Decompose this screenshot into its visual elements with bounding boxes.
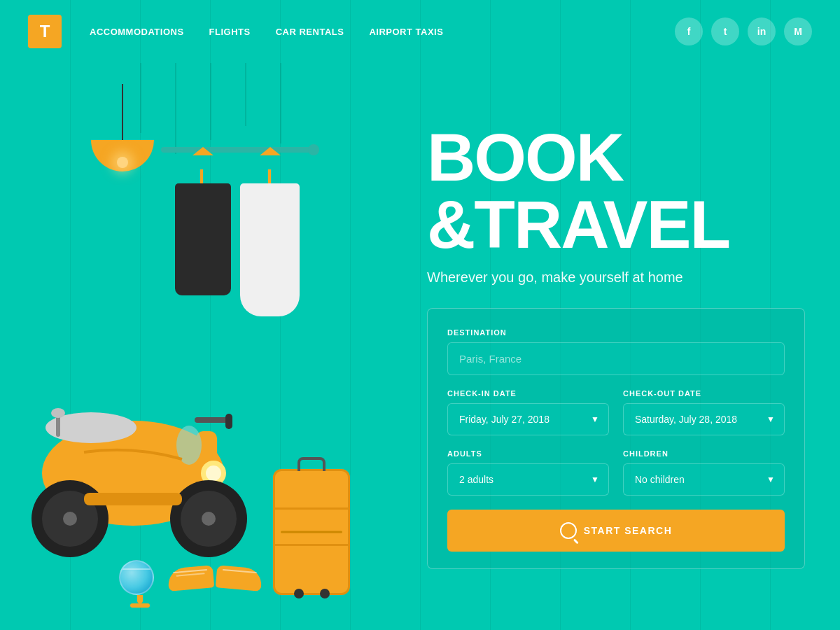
lamp-cord [122,84,123,140]
main-nav: ACCOMMODATIONS FLIGHTS CAR RENTALS AIRPO… [90,27,675,37]
adults-label: ADULTS [447,449,609,458]
svg-rect-15 [195,417,230,423]
string-1 [140,63,141,133]
sneakers [168,567,262,589]
svg-rect-16 [225,414,232,429]
suitcase [273,469,350,595]
suitcase-handle [298,457,326,471]
social-icons: f t in M [675,18,812,46]
logo[interactable]: T [28,15,62,48]
svg-point-14 [51,408,65,418]
checkout-select[interactable]: Saturday, July 28, 2018 Sunday, July 29,… [623,403,785,435]
search-button-label: START SEARCH [584,525,673,536]
lamp-shade [91,140,154,172]
nav-airport-taxis[interactable]: AIRPORT TAXIS [369,27,443,37]
guests-row: ADULTS 1 adult 2 adults 3 adults 4 adult… [447,449,785,496]
checkin-wrapper: Friday, July 27, 2018 Saturday, July 28,… [447,403,609,435]
hero-section: BOOK &TRAVEL Wherever you go, make yours… [0,63,840,630]
checkout-col: CHECK-OUT DATE Saturday, July 28, 2018 S… [623,389,785,435]
rack-bar [161,147,315,153]
globe-sphere [119,560,154,595]
clothing-rack [161,147,315,316]
right-content: BOOK &TRAVEL Wherever you go, make yours… [406,63,840,630]
svg-rect-12 [84,493,182,505]
header: T ACCOMMODATIONS FLIGHTS CAR RENTALS AIR… [0,0,840,63]
scooter [21,382,259,567]
destination-group: DESTINATION [447,328,785,375]
adults-wrapper: 1 adult 2 adults 3 adults 4 adults ▼ [447,463,609,496]
destination-input[interactable] [447,342,785,375]
suitcase-wheels [275,589,348,598]
globe-base [137,595,143,603]
children-wrapper: No children 1 child 2 children 3 childre… [623,463,785,496]
dark-jacket [175,183,231,295]
lamp-illustration [91,84,154,172]
children-col: CHILDREN No children 1 child 2 children … [623,449,785,496]
search-button[interactable]: START SEARCH [447,510,785,552]
adults-select[interactable]: 1 adult 2 adults 3 adults 4 adults [447,463,609,496]
svg-point-8 [63,512,77,526]
clothes [175,155,315,316]
children-label: CHILDREN [623,449,785,458]
checkout-label: CHECK-OUT DATE [623,389,785,398]
checkin-select[interactable]: Friday, July 27, 2018 Saturday, July 28,… [447,403,609,435]
hero-illustration [0,63,406,630]
string-2 [175,63,176,154]
search-icon [560,522,577,539]
destination-label: DESTINATION [447,328,785,337]
hero-title: BOOK &TRAVEL [427,124,805,258]
svg-point-11 [202,512,216,526]
globe [119,560,161,602]
nav-car-rentals[interactable]: CAR RENTALS [276,27,344,37]
logo-letter: T [40,22,50,41]
facebook-icon[interactable]: f [675,18,703,46]
nav-flights[interactable]: FLIGHTS [209,27,251,37]
checkout-wrapper: Saturday, July 28, 2018 Sunday, July 29,… [623,403,785,435]
string-3 [210,63,211,140]
scooter-svg [21,382,259,564]
checkin-col: CHECK-IN DATE Friday, July 27, 2018 Satu… [447,389,609,435]
hero-title-line1: BOOK [427,124,805,191]
search-form: DESTINATION CHECK-IN DATE Friday, July 2… [427,308,805,569]
nav-accommodations[interactable]: ACCOMMODATIONS [90,27,184,37]
twitter-icon[interactable]: t [711,18,739,46]
children-select[interactable]: No children 1 child 2 children 3 childre… [623,463,785,496]
adults-col: ADULTS 1 adult 2 adults 3 adults 4 adult… [447,449,609,496]
dates-row: CHECK-IN DATE Friday, July 27, 2018 Satu… [447,389,785,435]
linkedin-icon[interactable]: in [748,18,776,46]
string-5 [280,63,281,144]
hero-subtitle: Wherever you go, make yourself at home [427,270,805,286]
medium-icon[interactable]: M [784,18,812,46]
string-4 [245,63,246,126]
svg-rect-13 [56,416,60,437]
globe-foot [130,603,150,608]
checkin-label: CHECK-IN DATE [447,389,609,398]
svg-point-5 [206,465,221,481]
white-dress [240,183,300,316]
hero-title-line2: &TRAVEL [427,191,805,258]
